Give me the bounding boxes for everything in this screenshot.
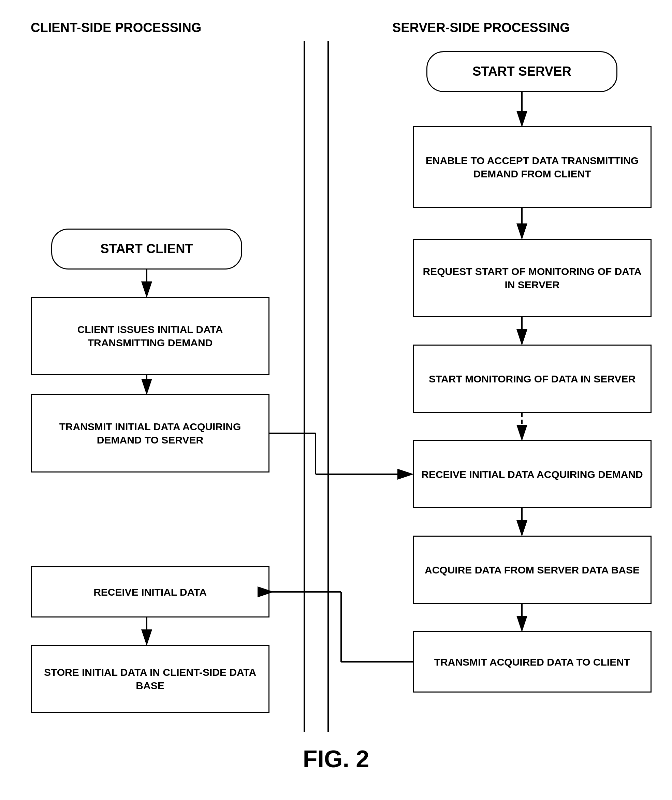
s209-node: RECEIVE INITIAL DATA [31,566,269,618]
s202-node: REQUEST START OF MONITORING OF DATA IN S… [413,239,651,317]
client-header: CLIENT-SIDE PROCESSING [31,21,201,35]
s206-node: RECEIVE INITIAL DATA ACQUIRING DEMAND [413,440,651,508]
diagram-container: CLIENT-SIDE PROCESSING SERVER-SIDE PROCE… [0,0,672,800]
s204-node: CLIENT ISSUES INITIAL DATA TRANSMITTING … [31,297,269,375]
server-header: SERVER-SIDE PROCESSING [392,21,570,35]
s208-node: TRANSMIT ACQUIRED DATA TO CLIENT [413,631,651,693]
s203-node: START MONITORING OF DATA IN SERVER [413,344,651,413]
s205-node: TRANSMIT INITIAL DATA ACQUIRING DEMAND T… [31,394,269,472]
figure-caption: FIG. 2 [303,746,369,773]
separator-line-1 [304,41,305,732]
s207-node: ACQUIRE DATA FROM SERVER DATA BASE [413,536,651,604]
start-server-node: START SERVER [426,51,618,92]
start-client-node: START CLIENT [51,229,242,269]
s210-node: STORE INITIAL DATA IN CLIENT-SIDE DATA B… [31,645,269,713]
separator-line-2 [328,41,329,732]
s201-node: ENABLE TO ACCEPT DATA TRANSMITTING DEMAN… [413,126,651,208]
